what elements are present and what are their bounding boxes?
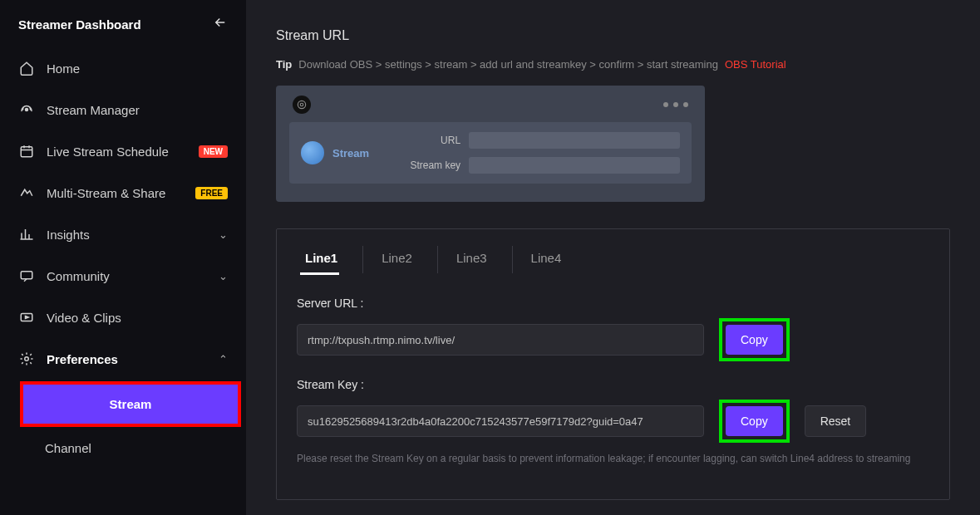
sidebar-item-label: Live Stream Schedule — [47, 145, 199, 159]
server-url-input[interactable] — [297, 324, 704, 356]
svg-point-4 — [25, 357, 29, 361]
main-content: Stream URL Tip Download OBS > settings >… — [246, 0, 980, 515]
stream-key-label: Stream Key : — [297, 378, 929, 391]
tip-label: Tip — [276, 58, 292, 71]
tip-text: Download OBS > settings > stream > add u… — [298, 58, 718, 71]
line-tabs: Line1 Line2 Line3 Line4 — [297, 246, 929, 273]
window-controls-icon — [663, 102, 688, 107]
globe-icon — [301, 141, 324, 164]
chevron-down-icon: ⌄ — [219, 270, 228, 282]
sidebar-item-label: Video & Clips — [47, 311, 228, 325]
sidebar-item-community[interactable]: Community ⌄ — [0, 255, 246, 297]
obs-key-input — [469, 157, 680, 174]
sidebar-sub-channel[interactable]: Channel — [15, 429, 246, 468]
stream-key-input[interactable] — [297, 405, 704, 437]
help-text: Please reset the Stream Key on a regular… — [297, 451, 929, 466]
stream-key-group: Stream Key : Copy Reset Please reset the… — [297, 378, 929, 466]
sidebar-item-insights[interactable]: Insights ⌄ — [0, 213, 246, 255]
broadcast-icon — [18, 101, 35, 118]
obs-titlebar — [289, 96, 692, 114]
chevron-up-icon: ⌃ — [219, 353, 228, 365]
sidebar-item-label: Community — [47, 269, 219, 283]
sidebar-item-label: Home — [47, 61, 228, 76]
tab-line4[interactable]: Line4 — [523, 246, 587, 273]
tip-row: Tip Download OBS > settings > stream > a… — [276, 58, 950, 71]
obs-body: Stream URL Stream key — [289, 122, 692, 184]
sidebar-item-home[interactable]: Home — [0, 47, 246, 89]
sidebar-item-label: Insights — [47, 228, 219, 242]
tab-line3[interactable]: Line3 — [448, 246, 513, 273]
copy-stream-key-button[interactable]: Copy — [726, 406, 783, 436]
page-title: Stream URL — [276, 28, 950, 43]
collapse-icon[interactable] — [213, 15, 228, 34]
obs-tutorial-link[interactable]: OBS Tutorial — [725, 58, 786, 71]
preferences-submenu: Stream Channel — [0, 381, 246, 468]
sidebar-item-label: Stream Manager — [47, 103, 228, 117]
new-badge: NEW — [199, 145, 228, 158]
gear-icon — [18, 351, 35, 367]
reset-stream-key-button[interactable]: Reset — [805, 405, 867, 437]
copy-server-url-button[interactable]: Copy — [726, 325, 783, 355]
chat-icon — [18, 267, 35, 284]
calendar-icon — [18, 143, 35, 159]
highlight-box: Copy — [719, 318, 790, 361]
sidebar-item-video-clips[interactable]: Video & Clips — [0, 297, 246, 338]
tab-line1[interactable]: Line1 — [297, 246, 363, 273]
free-badge: FREE — [195, 187, 228, 199]
sidebar: Streamer Dashboard Home Stream Manager L… — [0, 0, 246, 515]
chart-icon — [18, 226, 35, 243]
sidebar-sub-stream[interactable]: Stream — [23, 385, 238, 424]
svg-point-6 — [300, 103, 303, 106]
highlight-box: Stream — [20, 381, 241, 427]
stream-url-panel: Line1 Line2 Line3 Line4 Server URL : Cop… — [276, 228, 950, 500]
obs-url-input — [469, 132, 680, 149]
obs-preview-image: Stream URL Stream key — [276, 86, 705, 202]
sidebar-item-multi-stream[interactable]: Multi-Stream & Share FREE — [0, 172, 246, 213]
svg-rect-2 — [21, 272, 32, 279]
obs-key-label: Stream key — [402, 159, 460, 171]
sidebar-title: Streamer Dashboard — [18, 17, 141, 32]
video-icon — [18, 309, 35, 326]
obs-url-label: URL — [402, 135, 460, 146]
server-url-group: Server URL : Copy — [297, 297, 929, 361]
home-icon — [18, 60, 35, 76]
sidebar-item-label: Preferences — [47, 352, 219, 366]
sidebar-item-stream-manager[interactable]: Stream Manager — [0, 89, 246, 130]
svg-point-0 — [26, 109, 28, 111]
server-url-label: Server URL : — [297, 297, 929, 310]
obs-stream-label: Stream — [332, 147, 369, 159]
sidebar-item-live-schedule[interactable]: Live Stream Schedule NEW — [0, 130, 246, 172]
obs-logo-icon — [293, 96, 311, 114]
svg-point-5 — [298, 101, 305, 108]
sidebar-header: Streamer Dashboard — [0, 15, 246, 47]
tab-line2[interactable]: Line2 — [373, 246, 438, 273]
highlight-box: Copy — [719, 400, 790, 443]
share-icon — [18, 184, 35, 201]
sidebar-item-preferences[interactable]: Preferences ⌃ — [0, 338, 246, 380]
chevron-down-icon: ⌄ — [219, 228, 228, 241]
svg-rect-1 — [21, 147, 32, 157]
sidebar-item-label: Multi-Stream & Share — [47, 186, 195, 200]
